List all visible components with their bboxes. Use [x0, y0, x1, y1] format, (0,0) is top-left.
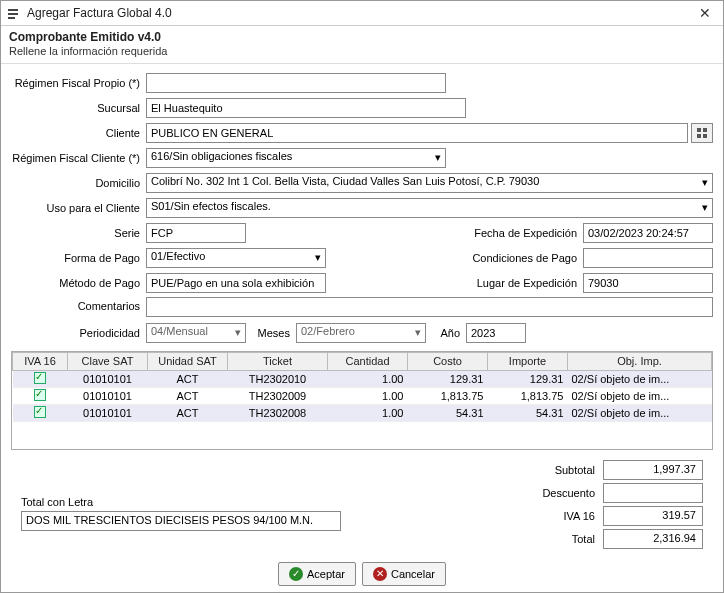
- label-total-letra: Total con Letra: [21, 496, 463, 508]
- label-fecha-exp: Fecha de Expedición: [453, 227, 583, 239]
- label-uso-cliente: Uso para el Cliente: [11, 202, 146, 214]
- cell-importe: 54.31: [488, 404, 568, 421]
- app-icon: [7, 6, 21, 20]
- items-table: IVA 16 Clave SAT Unidad SAT Ticket Canti…: [12, 352, 712, 422]
- col-costo[interactable]: Costo: [408, 352, 488, 370]
- chevron-down-icon: ▾: [702, 201, 708, 214]
- check-icon: [34, 372, 46, 384]
- cell-obj-imp: 02/Sí objeto de im...: [568, 370, 712, 387]
- cell-obj-imp: 02/Sí objeto de im...: [568, 387, 712, 404]
- col-unidad-sat[interactable]: Unidad SAT: [148, 352, 228, 370]
- subtotal-value: 1,997.37: [603, 460, 703, 480]
- cell-unidad-sat: ACT: [148, 370, 228, 387]
- svg-rect-2: [8, 17, 15, 19]
- cell-unidad-sat: ACT: [148, 404, 228, 421]
- cell-obj-imp: 02/Sí objeto de im...: [568, 404, 712, 421]
- label-cond-pago: Condiciones de Pago: [453, 252, 583, 264]
- cell-clave-sat: 01010101: [68, 404, 148, 421]
- table-header-row: IVA 16 Clave SAT Unidad SAT Ticket Canti…: [13, 352, 712, 370]
- forma-pago-select[interactable]: 01/Efectivo ▾: [146, 248, 326, 268]
- cliente-lookup-button[interactable]: [691, 123, 713, 143]
- label-domicilio: Domicilio: [11, 177, 146, 189]
- cell-iva-check[interactable]: [13, 404, 68, 421]
- form-area: Régimen Fiscal Propio (*) 621/Incorporac…: [1, 64, 723, 347]
- aceptar-label: Aceptar: [307, 568, 345, 580]
- ano-input[interactable]: [466, 323, 526, 343]
- col-iva[interactable]: IVA 16: [13, 352, 68, 370]
- window-title: Agregar Factura Global 4.0: [27, 6, 693, 20]
- cell-costo: 1,813.75: [408, 387, 488, 404]
- cancel-icon: ✕: [373, 567, 387, 581]
- label-metodo-pago: Método de Pago: [11, 277, 146, 289]
- label-iva: IVA 16: [513, 510, 603, 522]
- svg-rect-6: [703, 134, 707, 138]
- comentarios-input[interactable]: [146, 297, 713, 317]
- periodicidad-select[interactable]: 04/Mensual ▾: [146, 323, 246, 343]
- svg-rect-1: [8, 13, 18, 15]
- total-letra-section: Total con Letra DOS MIL TRESCIENTOS DIEC…: [21, 496, 463, 531]
- cell-ticket: TH2302010: [228, 370, 328, 387]
- metodo-pago-input[interactable]: [146, 273, 326, 293]
- cell-cantidad: 1.00: [328, 387, 408, 404]
- label-cliente: Cliente: [11, 127, 146, 139]
- label-comentarios: Comentarios: [11, 297, 146, 312]
- svg-rect-0: [8, 9, 18, 11]
- descuento-value: [603, 483, 703, 503]
- titlebar: Agregar Factura Global 4.0 ✕: [1, 1, 723, 26]
- cell-iva-check[interactable]: [13, 387, 68, 404]
- cliente-input[interactable]: [146, 123, 688, 143]
- table-row[interactable]: 01010101ACTTH23020091.001,813.751,813.75…: [13, 387, 712, 404]
- label-descuento: Descuento: [513, 487, 603, 499]
- aceptar-button[interactable]: ✓ Aceptar: [278, 562, 356, 586]
- subtitle-desc: Rellene la información requerida: [9, 45, 715, 57]
- col-obj-imp[interactable]: Obj. Imp.: [568, 352, 712, 370]
- chevron-down-icon: ▾: [435, 151, 441, 164]
- subtitle-bar: Comprobante Emitido v4.0 Rellene la info…: [1, 26, 723, 64]
- regimen-propio-value: 621/Incorporación Fiscal: [151, 75, 271, 87]
- lugar-exp-input[interactable]: [583, 273, 713, 293]
- cell-iva-check[interactable]: [13, 370, 68, 387]
- regimen-propio-select[interactable]: 621/Incorporación Fiscal ▾: [146, 73, 446, 93]
- label-total: Total: [513, 533, 603, 545]
- regimen-cliente-select[interactable]: 616/Sin obligaciones fiscales ▾: [146, 148, 446, 168]
- periodicidad-value: 04/Mensual: [151, 325, 208, 337]
- col-importe[interactable]: Importe: [488, 352, 568, 370]
- uso-cliente-select[interactable]: S01/Sin efectos fiscales. ▾: [146, 198, 713, 218]
- table-row[interactable]: 01010101ACTTH23020081.0054.3154.3102/Sí …: [13, 404, 712, 421]
- cell-ticket: TH2302009: [228, 387, 328, 404]
- table-row[interactable]: 01010101ACTTH23020101.00129.31129.3102/S…: [13, 370, 712, 387]
- label-regimen-propio: Régimen Fiscal Propio (*): [11, 77, 146, 89]
- totals-section: Subtotal 1,997.37 Descuento IVA 16 319.5…: [483, 460, 703, 552]
- total-letra-value: DOS MIL TRESCIENTOS DIECISEIS PESOS 94/1…: [21, 511, 341, 531]
- domicilio-select[interactable]: Colibrí No. 302 Int 1 Col. Bella Vista, …: [146, 173, 713, 193]
- cell-ticket: TH2302008: [228, 404, 328, 421]
- chevron-down-icon: ▾: [702, 176, 708, 189]
- sucursal-input[interactable]: [146, 98, 466, 118]
- cell-costo: 129.31: [408, 370, 488, 387]
- check-icon: ✓: [289, 567, 303, 581]
- serie-input[interactable]: [146, 223, 246, 243]
- forma-pago-value: 01/Efectivo: [151, 250, 205, 262]
- cancelar-button[interactable]: ✕ Cancelar: [362, 562, 446, 586]
- fecha-exp-input[interactable]: [583, 223, 713, 243]
- close-button[interactable]: ✕: [693, 3, 717, 23]
- label-meses: Meses: [246, 327, 296, 339]
- cancelar-label: Cancelar: [391, 568, 435, 580]
- meses-value: 02/Febrero: [301, 325, 355, 337]
- chevron-down-icon: ▾: [235, 326, 241, 339]
- col-clave-sat[interactable]: Clave SAT: [68, 352, 148, 370]
- cell-clave-sat: 01010101: [68, 387, 148, 404]
- label-ano: Año: [426, 327, 466, 339]
- chevron-down-icon: ▾: [415, 326, 421, 339]
- button-bar: ✓ Aceptar ✕ Cancelar: [1, 552, 723, 592]
- chevron-down-icon: ▾: [315, 251, 321, 264]
- meses-select[interactable]: 02/Febrero ▾: [296, 323, 426, 343]
- uso-cliente-value: S01/Sin efectos fiscales.: [151, 200, 271, 212]
- window: Agregar Factura Global 4.0 ✕ Comprobante…: [0, 0, 724, 593]
- label-sucursal: Sucursal: [11, 102, 146, 114]
- col-cantidad[interactable]: Cantidad: [328, 352, 408, 370]
- grid-container: IVA 16 Clave SAT Unidad SAT Ticket Canti…: [11, 351, 713, 450]
- col-ticket[interactable]: Ticket: [228, 352, 328, 370]
- cell-unidad-sat: ACT: [148, 387, 228, 404]
- cond-pago-input[interactable]: [583, 248, 713, 268]
